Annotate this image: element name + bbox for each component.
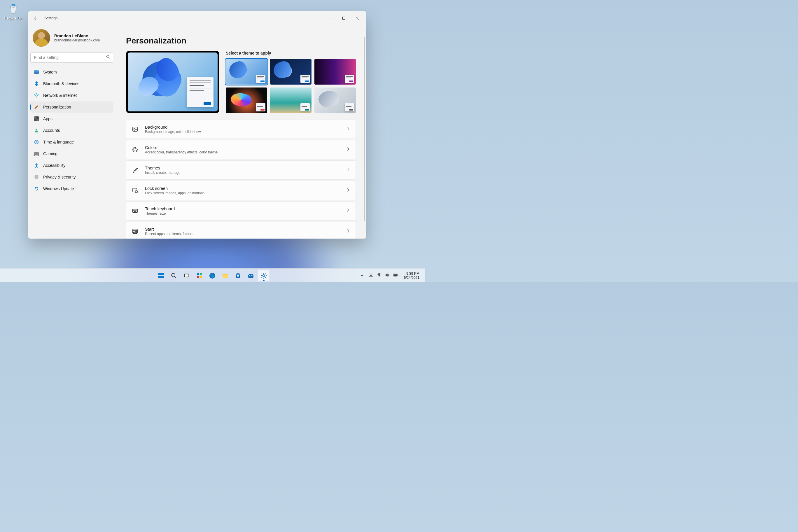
mail-button[interactable]	[245, 270, 256, 282]
nav-label: System	[43, 70, 57, 74]
nav-label: Accessibility	[43, 163, 65, 168]
settings-button[interactable]	[258, 270, 269, 282]
search-icon	[171, 272, 177, 279]
card-touch-keyboard[interactable]: Touch keyboardThemes, size	[126, 201, 356, 221]
svg-rect-9	[133, 127, 138, 132]
search-input[interactable]	[30, 53, 113, 62]
bluetooth-icon	[34, 81, 39, 86]
theme-mini-window	[256, 75, 265, 83]
search-wrap	[30, 53, 113, 62]
svg-point-8	[36, 163, 37, 165]
nav-item-accounts[interactable]: Accounts	[30, 125, 113, 136]
desktop-preview[interactable]	[126, 51, 219, 113]
search-icon	[106, 55, 110, 60]
card-colors[interactable]: ColorsAccent color, transparency effects…	[126, 140, 356, 159]
svg-rect-39	[200, 276, 202, 278]
svg-rect-17	[132, 209, 137, 213]
svg-point-11	[134, 148, 134, 149]
nav-label: Bluetooth & devices	[43, 81, 79, 86]
taskbar-clock[interactable]: 9:39 PM 6/24/2021	[401, 271, 422, 280]
nav-item-gaming[interactable]: Gaming	[30, 148, 113, 159]
svg-rect-28	[158, 273, 161, 276]
svg-line-33	[175, 276, 176, 278]
svg-rect-26	[135, 231, 137, 232]
volume-icon[interactable]	[385, 272, 390, 279]
svg-rect-27	[134, 232, 137, 233]
nav-label: Personalization	[43, 105, 71, 109]
svg-rect-42	[236, 274, 240, 278]
chevron-right-icon	[346, 208, 350, 213]
edge-icon	[209, 272, 216, 279]
card-title: Lock screen	[145, 186, 346, 191]
nav-item-apps[interactable]: Apps	[30, 113, 113, 124]
svg-rect-43	[237, 276, 238, 276]
settings-window: Settings Brandon LeBlanc brandoninsider@…	[28, 11, 366, 239]
maximize-button[interactable]	[337, 14, 350, 23]
minimize-icon	[329, 17, 332, 20]
taskbar-center	[155, 270, 269, 282]
theme-thumb-0[interactable]	[226, 59, 267, 84]
explorer-button[interactable]	[219, 270, 231, 282]
gaming-icon	[34, 151, 39, 156]
nav-item-personalization[interactable]: Personalization	[30, 101, 113, 113]
theme-thumb-4[interactable]	[270, 88, 311, 113]
task-view-button[interactable]	[181, 270, 192, 282]
nav-item-privacy[interactable]: Privacy & security	[30, 171, 113, 183]
nav-item-network[interactable]: Network & internet	[30, 90, 113, 101]
card-desc: Themes, size	[145, 211, 346, 215]
theme-thumb-5[interactable]	[315, 88, 356, 113]
start-button[interactable]	[155, 270, 167, 282]
preview-row: Select a theme to apply	[126, 51, 356, 113]
card-background[interactable]: BackgroundBackground image, color, slide…	[126, 119, 356, 139]
card-desc: Background image, color, slideshow	[145, 130, 346, 134]
theme-thumb-1[interactable]	[270, 59, 311, 84]
close-button[interactable]	[350, 14, 364, 23]
main-content: Personalization	[115, 25, 366, 239]
chevron-right-icon	[346, 188, 350, 193]
widgets-button[interactable]	[194, 270, 205, 282]
card-lockscreen[interactable]: Lock screenLock screen images, apps, ani…	[126, 181, 356, 200]
sidebar: Brandon LeBlanc brandoninsider@outlook.c…	[28, 25, 115, 239]
apps-icon	[34, 116, 39, 121]
svg-rect-56	[394, 274, 397, 276]
network-icon	[34, 93, 39, 98]
theme-thumb-3[interactable]	[226, 88, 267, 113]
input-icon[interactable]	[368, 272, 374, 279]
page-title: Personalization	[126, 36, 356, 45]
search-button[interactable]	[168, 270, 180, 282]
card-themes[interactable]: ThemesInstall, create, manage	[126, 160, 356, 180]
svg-point-5	[36, 97, 37, 97]
app-title: Settings	[44, 16, 57, 20]
nav-item-bluetooth[interactable]: Bluetooth & devices	[30, 78, 113, 89]
svg-point-0	[11, 5, 16, 7]
theme-mini-window	[256, 103, 265, 111]
nav-item-time[interactable]: Time & language	[30, 136, 113, 148]
nav-item-update[interactable]: Windows Update	[30, 183, 113, 194]
time-icon	[34, 139, 39, 145]
edge-button[interactable]	[207, 270, 218, 282]
scrollbar[interactable]	[364, 37, 365, 221]
svg-rect-46	[238, 277, 239, 278]
avatar	[33, 29, 50, 47]
theme-thumb-2[interactable]	[315, 59, 356, 84]
chevron-right-icon	[346, 167, 350, 173]
chevron-up-icon	[360, 274, 364, 278]
palette-icon	[132, 146, 138, 153]
back-button[interactable]	[30, 12, 42, 24]
wifi-icon[interactable]	[377, 272, 382, 279]
svg-rect-31	[161, 276, 164, 278]
minimize-button[interactable]	[324, 14, 337, 23]
nav-item-system[interactable]: System	[30, 66, 113, 78]
nav-item-accessibility[interactable]: Accessibility	[30, 160, 113, 171]
svg-point-54	[379, 276, 379, 277]
svg-rect-35	[185, 274, 189, 277]
svg-point-6	[36, 129, 37, 131]
svg-rect-25	[135, 230, 137, 230]
system-icon	[34, 70, 39, 75]
tray-overflow-button[interactable]	[358, 270, 366, 282]
battery-icon[interactable]	[393, 272, 399, 279]
store-button[interactable]	[232, 270, 244, 282]
desktop-icon-recycle-bin[interactable]: Recycle Bin	[2, 2, 24, 20]
card-start[interactable]: StartRecent apps and items, folders	[126, 222, 356, 239]
profile-block[interactable]: Brandon LeBlanc brandoninsider@outlook.c…	[30, 27, 113, 51]
